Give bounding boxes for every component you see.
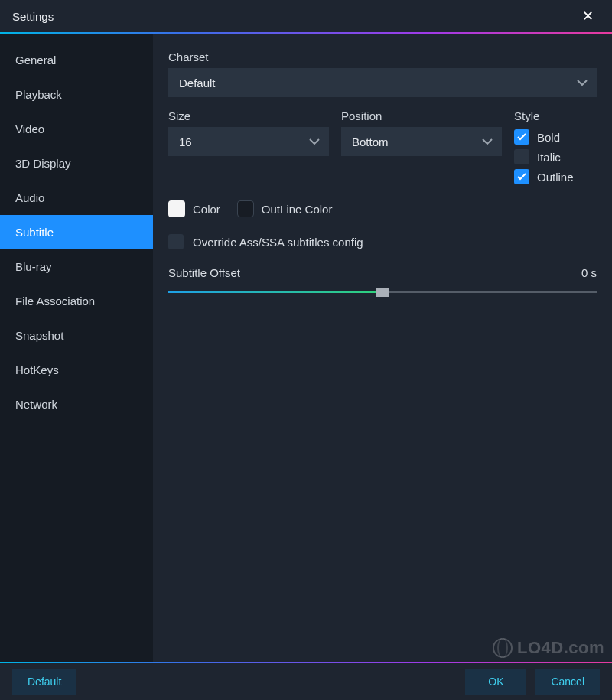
style-field: Style Bold Italic Outline	[514, 109, 597, 187]
chevron-down-icon	[309, 138, 320, 145]
position-value: Bottom	[352, 135, 389, 148]
offset-label: Subtitle Offset	[168, 266, 240, 279]
titlebar: Settings ✕	[0, 0, 612, 32]
charset-label: Charset	[168, 50, 597, 63]
ok-button[interactable]: OK	[465, 669, 526, 695]
sidebar-item-subtitle[interactable]: Subtitle	[0, 215, 153, 249]
sidebar-item-audio[interactable]: Audio	[0, 181, 153, 215]
sidebar-item-blu-ray[interactable]: Blu-ray	[0, 249, 153, 284]
subtitle-panel: Charset Default Size 16 Position	[153, 34, 612, 662]
position-label: Position	[341, 109, 502, 122]
position-field: Position Bottom	[341, 109, 502, 187]
chevron-down-icon	[482, 138, 493, 145]
outline-checkbox[interactable]: Outline	[514, 167, 597, 187]
slider-track-fill	[168, 291, 382, 293]
size-value: 16	[179, 135, 192, 148]
sidebar-item-network[interactable]: Network	[0, 387, 153, 422]
override-label: Override Ass/SSA subtitles config	[193, 236, 363, 249]
checkbox-icon	[514, 129, 529, 145]
cancel-button[interactable]: Cancel	[536, 669, 600, 695]
close-button[interactable]: ✕	[572, 0, 603, 32]
size-field: Size 16	[168, 109, 329, 187]
checkbox-icon	[168, 234, 184, 249]
size-label: Size	[168, 109, 329, 122]
sidebar-item-hotkeys[interactable]: HotKeys	[0, 353, 153, 387]
sidebar: General Playback Video 3D Display Audio …	[0, 34, 153, 662]
sidebar-item-3d-display[interactable]: 3D Display	[0, 146, 153, 181]
sidebar-item-label: Blu-ray	[15, 260, 52, 273]
size-position-style-row: Size 16 Position Bottom Style	[168, 109, 597, 187]
outline-color-swatch[interactable]	[237, 200, 254, 217]
override-checkbox[interactable]: Override Ass/SSA subtitles config	[168, 234, 597, 249]
position-select[interactable]: Bottom	[341, 127, 502, 156]
sidebar-item-file-association[interactable]: File Association	[0, 284, 153, 318]
color-label: Color	[193, 203, 220, 216]
sidebar-item-label: Video	[15, 122, 44, 135]
color-swatch[interactable]	[168, 200, 185, 217]
slider-thumb[interactable]	[376, 288, 389, 297]
color-row: Color OutLine Color	[168, 200, 597, 217]
italic-checkbox[interactable]: Italic	[514, 147, 597, 167]
sidebar-item-label: File Association	[15, 295, 95, 308]
bold-checkbox[interactable]: Bold	[514, 127, 597, 147]
bold-label: Bold	[537, 131, 560, 144]
sidebar-item-label: Subtitle	[15, 226, 54, 239]
sidebar-item-playback[interactable]: Playback	[0, 77, 153, 112]
sidebar-item-label: General	[15, 54, 56, 67]
default-button[interactable]: Default	[12, 669, 76, 695]
sidebar-item-label: HotKeys	[15, 363, 59, 376]
charset-field: Charset Default	[168, 50, 597, 97]
charset-value: Default	[179, 77, 216, 90]
offset-value: 0 s	[581, 266, 597, 279]
outline-label: Outline	[537, 171, 574, 184]
footer: Default OK Cancel	[0, 663, 612, 700]
main-area: General Playback Video 3D Display Audio …	[0, 34, 612, 662]
sidebar-item-label: 3D Display	[15, 157, 71, 170]
sidebar-item-general[interactable]: General	[0, 43, 153, 77]
outline-color-label: OutLine Color	[262, 203, 333, 216]
sidebar-item-label: Snapshot	[15, 329, 63, 342]
checkbox-icon	[514, 149, 529, 164]
sidebar-item-label: Playback	[15, 88, 62, 101]
style-label: Style	[514, 109, 597, 122]
sidebar-item-video[interactable]: Video	[0, 112, 153, 146]
size-select[interactable]: 16	[168, 127, 329, 156]
chevron-down-icon	[577, 80, 588, 86]
sidebar-item-snapshot[interactable]: Snapshot	[0, 318, 153, 353]
offset-slider[interactable]	[168, 285, 597, 299]
window-title: Settings	[12, 10, 54, 23]
checkbox-icon	[514, 169, 529, 184]
italic-label: Italic	[537, 151, 561, 164]
charset-select[interactable]: Default	[168, 68, 597, 97]
subtitle-offset-field: Subtitle Offset 0 s	[168, 266, 597, 299]
close-icon: ✕	[582, 8, 594, 24]
sidebar-item-label: Network	[15, 398, 57, 411]
sidebar-item-label: Audio	[15, 191, 44, 204]
